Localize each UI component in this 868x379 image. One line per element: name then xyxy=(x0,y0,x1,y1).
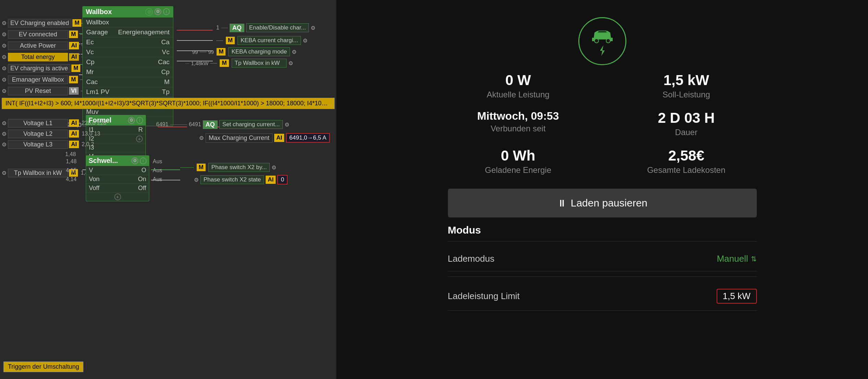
lightning-icon xyxy=(597,45,607,57)
stat-geladene-energie-label: Geladene Energie xyxy=(448,165,589,175)
ev-charging-enabled-badge: M xyxy=(72,19,81,27)
keba-mode-badge: M xyxy=(217,48,225,56)
gear-icon-small[interactable]: ⚙ xyxy=(2,43,7,49)
max-charging-label: Max Charging Current xyxy=(206,133,273,143)
svg-point-17 xyxy=(606,39,610,43)
voltage-l2-row: ⚙ Voltage L2 AI 13,0 13 xyxy=(2,129,106,139)
m-tp-wallbox-block: ··· 1,48kW ── M Tp Wallbox in kW ⚙ xyxy=(185,59,293,68)
max-charging-current-block: ⚙ Max Charging Current AI 6491,0→6,5 A xyxy=(199,133,330,143)
schwel-voff: Voff Off xyxy=(86,184,149,193)
stat-verbunden-seit-value: Mittwoch, 09:53 xyxy=(448,110,589,122)
formel-gear[interactable]: ⚙ xyxy=(128,117,135,124)
wallbox-gear-icon[interactable]: ⚙ xyxy=(154,8,161,15)
gear-icon-small[interactable]: ⚙ xyxy=(2,31,7,38)
schwel-out-1: Aus xyxy=(153,158,162,165)
voltage-l2-badge: AI xyxy=(69,130,79,138)
laden-pausieren-button[interactable]: ⏸ Laden pausieren xyxy=(448,189,757,217)
voltage-l1-label: Voltage L1 xyxy=(8,119,68,128)
lademodus-value-text: Manuell xyxy=(717,253,748,264)
schwel-out-2: Aus xyxy=(153,167,162,174)
phase-state-gear[interactable]: ⚙ xyxy=(194,177,199,183)
m-keba-current-badge: M xyxy=(226,37,235,44)
gear-icon-small[interactable]: ⚙ xyxy=(2,20,7,26)
phase-switch-gear[interactable]: ⚙ xyxy=(271,164,276,171)
flow-diagram-panel: ⚙ EV Charging enabled M ── Ein ⚙ EV conn… xyxy=(0,0,336,379)
voltage-l1-badge: AI xyxy=(69,119,79,127)
stat-aktuelle-leistung: 0 W Aktuelle Leistung xyxy=(448,72,589,99)
phase-switch-m-badge: M xyxy=(197,164,206,171)
voltage-l2-label: Voltage L2 xyxy=(8,130,68,138)
schwel-v: V O xyxy=(86,166,149,175)
gear-icon-small[interactable]: ⚙ xyxy=(2,65,7,72)
aq-set-charging-block: 6491 ───── 6491 AQ Set charging current.… xyxy=(156,120,289,129)
keba-mode-gear[interactable]: ⚙ xyxy=(292,49,297,55)
lademodus-chevron-icon[interactable]: ⇅ xyxy=(751,255,757,263)
set-charging-gear[interactable]: ⚙ xyxy=(285,121,289,128)
wallbox-info-icon[interactable]: i xyxy=(163,8,170,15)
aq-enable-connector: ── xyxy=(221,25,228,31)
formula-text: INT( IF((I1+I2+I3) > 600; I4*1000/(I1+I2… xyxy=(2,98,335,109)
wallbox-port-ec: Ec Ca xyxy=(83,37,173,47)
set-charging-aq-badge: AQ xyxy=(203,120,218,129)
stat-geladene-energie: 0 Wh Geladene Energie xyxy=(448,147,589,175)
formel-info[interactable]: i xyxy=(136,117,143,124)
phase-switch-connector: ──── xyxy=(180,165,194,170)
stat-verbunden-seit-label: Verbunden seit xyxy=(448,124,589,133)
wallbox-body: Wallbox Garage Energienagement Ec Ca Vc … xyxy=(82,17,173,126)
keba-mode-label: KEBA charging mode xyxy=(228,47,290,56)
gear-icon-small[interactable]: ⚙ xyxy=(2,54,7,60)
wallbox-subtitle2: Garage Energienagement xyxy=(83,27,173,37)
voltage-l2-gear[interactable]: ⚙ xyxy=(2,131,7,137)
gear-icon-small[interactable]: ⚙ xyxy=(2,88,7,94)
schwel-header: Schwel... ⚙ i xyxy=(86,155,149,166)
tp-connector2: ── xyxy=(210,60,217,66)
keba-current-gear[interactable]: ⚙ xyxy=(303,37,308,44)
schwel-add[interactable]: + xyxy=(86,193,149,201)
stat-ladekosten: 2,58€ Gesamte Ladekosten xyxy=(616,147,757,175)
max-charging-value: 6491,0→6,5 A xyxy=(286,133,330,143)
aq-enable-gear[interactable]: ⚙ xyxy=(311,25,315,31)
phase-switch-state-block: ⚙ Phase switch X2 state AI 0 xyxy=(194,175,288,185)
wallbox-add-icon[interactable]: ⊕ xyxy=(145,8,153,16)
stat-dauer-value: 2 D 03 H xyxy=(616,110,757,126)
schwel-gear[interactable]: ⚙ xyxy=(131,157,138,164)
schwel-body: V O Von On Voff Off + xyxy=(86,166,149,201)
voltage-l3-row: ⚙ Voltage L3 AI 2,0 2 xyxy=(2,140,106,149)
modus-title: Modus xyxy=(448,224,757,236)
voltage-l2-val2: 13 xyxy=(94,131,100,137)
tp-gear[interactable]: ⚙ xyxy=(2,170,7,176)
stat-soll-leistung-label: Soll-Leistung xyxy=(616,90,757,99)
voltage-l1-gear[interactable]: ⚙ xyxy=(2,120,7,127)
ev-charging-info-panel: 0 W Aktuelle Leistung 1,5 kW Soll-Leistu… xyxy=(336,0,868,379)
voltage-l3-val: 2,0 xyxy=(82,141,89,147)
voltage-l3-badge: AI xyxy=(69,141,79,148)
lademodus-value[interactable]: Manuell ⇅ xyxy=(717,253,756,264)
wallbox-port-lm1: Lm1 PV Tp xyxy=(83,87,173,97)
schwel-von: Von On xyxy=(86,175,149,184)
ladeleistung-value[interactable]: 1,5 kW xyxy=(717,289,757,304)
schwel-add-icon[interactable]: + xyxy=(114,193,121,200)
active-power-label: Active Power xyxy=(8,42,68,50)
phase-state-value: 0 xyxy=(277,175,288,185)
phase-state-label: Phase switch X2 state xyxy=(200,175,264,184)
trigger-label: Triggern der Umschaltung xyxy=(3,362,83,372)
schwel-von-val: 4,15 xyxy=(66,167,77,174)
ladeleistung-row: Ladeleistung Limit 1,5 kW xyxy=(448,282,757,311)
aq-enable-badge: AQ xyxy=(230,24,244,32)
schwel-voff-val: 4,14 xyxy=(66,176,77,182)
wallbox-controls: ⊕ ⚙ i xyxy=(145,8,170,16)
voltage-l3-gear[interactable]: ⚙ xyxy=(2,141,7,148)
gear-icon-small[interactable]: ⚙ xyxy=(2,76,7,83)
max-charging-gear[interactable]: ⚙ xyxy=(199,135,204,141)
modus-divider-mid xyxy=(448,276,757,277)
stat-geladene-energie-value: 0 Wh xyxy=(448,147,589,164)
wallbox-port-cp: Cp Cac xyxy=(83,57,173,67)
tp-wallbox-gear[interactable]: ⚙ xyxy=(288,60,293,67)
stat-verbunden-seit: Mittwoch, 09:53 Verbunden seit xyxy=(448,110,589,137)
pv-reset-badge: VI xyxy=(69,87,79,95)
formel-controls: ⚙ i xyxy=(128,117,143,124)
formel-add[interactable]: + xyxy=(136,135,143,142)
schwel-info[interactable]: i xyxy=(140,157,147,164)
voltage-l3-label: Voltage L3 xyxy=(8,140,68,149)
stat-soll-leistung: 1,5 kW Soll-Leistung xyxy=(616,72,757,99)
